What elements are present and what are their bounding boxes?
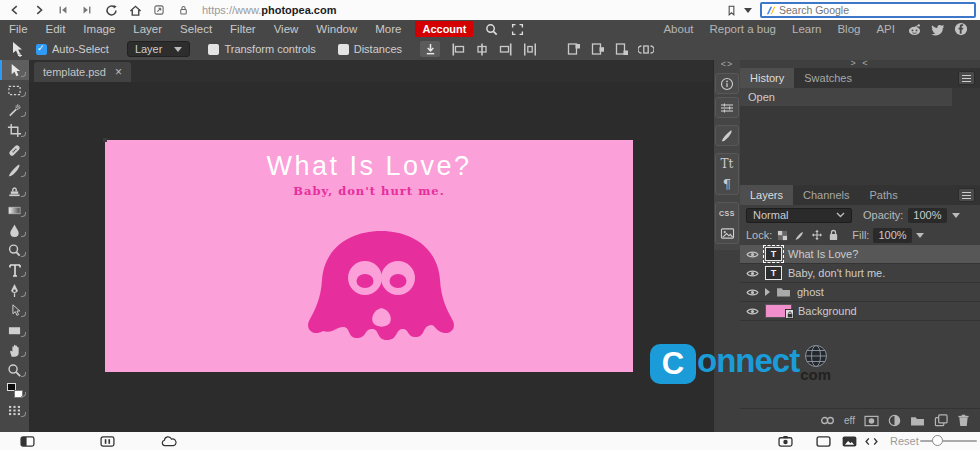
distances-checkbox[interactable] <box>338 44 349 55</box>
rect-select-tool[interactable] <box>0 80 29 100</box>
image-panel-icon[interactable] <box>716 223 738 243</box>
address-url[interactable]: https://www.photopea.com <box>202 4 336 16</box>
canvas-area[interactable]: What Is Love? Baby, don't hurt me. <box>29 82 713 432</box>
css-panel-icon[interactable]: CSS <box>716 203 738 223</box>
fill-value[interactable]: 100% <box>873 228 911 243</box>
align-center-h-icon[interactable] <box>472 41 492 57</box>
align-bottom-icon[interactable] <box>612 41 632 57</box>
new-layer-icon[interactable] <box>934 414 948 427</box>
reset-button[interactable]: Reset <box>890 435 919 447</box>
new-folder-icon[interactable] <box>910 415 925 427</box>
search-input[interactable] <box>776 4 971 16</box>
background-layer-thumbnail[interactable] <box>765 304 792 318</box>
distribute-v-icon[interactable] <box>636 41 656 57</box>
back-icon[interactable] <box>6 3 24 17</box>
adjustment-layer-icon[interactable] <box>888 414 901 427</box>
opacity-value[interactable]: 100% <box>908 208 946 223</box>
text-layer-thumbnail[interactable]: T <box>765 247 782 261</box>
lock-transparency-icon[interactable] <box>776 229 789 241</box>
menu-view[interactable]: View <box>265 23 308 35</box>
link-api[interactable]: API <box>868 23 903 35</box>
image-icon[interactable] <box>840 434 858 448</box>
text-layer-thumbnail[interactable]: T <box>765 266 782 280</box>
window-icon[interactable] <box>814 434 832 448</box>
tab-layers[interactable]: Layers <box>740 185 793 205</box>
commit-icon[interactable] <box>420 41 440 57</box>
panel-menu-icon[interactable] <box>958 71 975 85</box>
blur-tool[interactable] <box>0 220 29 240</box>
sidebar-toggle-icon[interactable] <box>18 434 36 448</box>
resize-arrows-icon[interactable] <box>862 434 880 448</box>
target-select[interactable]: Layer <box>127 41 191 57</box>
visibility-eye-icon[interactable] <box>746 307 759 316</box>
menu-more[interactable]: More <box>366 23 410 35</box>
pen-tool[interactable] <box>0 280 29 300</box>
dodge-tool[interactable] <box>0 240 29 260</box>
skip-back-icon[interactable] <box>54 3 72 17</box>
layer-effects-button[interactable]: eff <box>844 415 855 426</box>
camera-icon[interactable] <box>776 434 794 448</box>
layer-row[interactable]: T What Is Love? <box>740 245 980 264</box>
info-icon[interactable] <box>715 73 739 94</box>
background-color[interactable] <box>14 390 23 398</box>
link-about[interactable]: About <box>655 23 701 35</box>
panel-menu-icon[interactable] <box>958 188 975 202</box>
brush-tool[interactable] <box>0 160 29 180</box>
fullscreen-icon[interactable] <box>507 21 527 37</box>
skip-forward-icon[interactable] <box>78 3 96 17</box>
toolbar-grid[interactable] <box>0 400 29 420</box>
menu-layer[interactable]: Layer <box>124 23 171 35</box>
reddit-icon[interactable] <box>906 22 923 37</box>
paragraph-panel-icon[interactable]: ¶ <box>716 174 738 194</box>
move-tool[interactable] <box>0 60 29 80</box>
align-middle-icon[interactable] <box>588 41 608 57</box>
lock-position-icon[interactable] <box>810 229 823 241</box>
magic-wand-tool[interactable] <box>0 100 29 120</box>
transform-controls-checkbox[interactable] <box>208 44 219 55</box>
menu-select[interactable]: Select <box>171 23 221 35</box>
rect-shape-tool[interactable] <box>0 320 29 340</box>
opacity-scrubber-icon[interactable] <box>952 213 960 218</box>
forward-icon[interactable] <box>30 3 48 17</box>
gradient-tool[interactable] <box>0 200 29 220</box>
menu-window[interactable]: Window <box>307 23 366 35</box>
distribute-h-icon[interactable] <box>520 41 540 57</box>
adjust-icon[interactable] <box>715 97 739 118</box>
expand-caret-icon[interactable] <box>765 288 770 296</box>
zoom-slider[interactable] <box>920 440 977 442</box>
bookmark-icon[interactable] <box>722 3 740 17</box>
close-icon[interactable]: × <box>115 66 122 78</box>
menu-file[interactable]: File <box>0 23 37 35</box>
twitter-icon[interactable] <box>929 22 946 37</box>
lock-icon[interactable] <box>174 3 192 17</box>
zoom-slider-knob[interactable] <box>932 435 943 446</box>
history-entry[interactable]: Open <box>740 88 952 106</box>
align-right-icon[interactable] <box>496 41 516 57</box>
link-blog[interactable]: Blog <box>829 23 868 35</box>
blend-mode-select[interactable]: Normal <box>746 208 852 223</box>
link-layers-icon[interactable] <box>820 416 835 425</box>
character-panel-icon[interactable]: Tt <box>716 154 738 174</box>
visibility-eye-icon[interactable] <box>746 250 759 259</box>
align-top-icon[interactable] <box>564 41 584 57</box>
artboard[interactable]: What Is Love? Baby, don't hurt me. <box>105 140 633 372</box>
healing-brush-tool[interactable] <box>0 140 29 160</box>
layer-row[interactable]: T Baby, don't hurt me. <box>740 264 980 283</box>
columns-icon[interactable] <box>98 434 116 448</box>
color-swatches[interactable] <box>0 380 29 400</box>
layer-row[interactable]: ghost <box>740 283 980 302</box>
panel-collapse-toggle[interactable]: > < <box>740 60 980 68</box>
tab-swatches[interactable]: Swatches <box>794 68 862 88</box>
fill-scrubber-icon[interactable] <box>916 233 924 238</box>
facebook-icon[interactable] <box>952 22 969 37</box>
hand-tool[interactable] <box>0 340 29 360</box>
link-report-a-bug[interactable]: Report a bug <box>702 23 785 35</box>
lock-pixels-icon[interactable] <box>793 229 806 241</box>
type-tool[interactable] <box>0 260 29 280</box>
lock-all-icon[interactable] <box>827 229 840 241</box>
link-learn[interactable]: Learn <box>784 23 829 35</box>
page-action-icon[interactable] <box>150 3 168 17</box>
zoom-tool[interactable] <box>0 360 29 380</box>
crop-tool[interactable] <box>0 120 29 140</box>
tab-paths[interactable]: Paths <box>860 185 908 205</box>
